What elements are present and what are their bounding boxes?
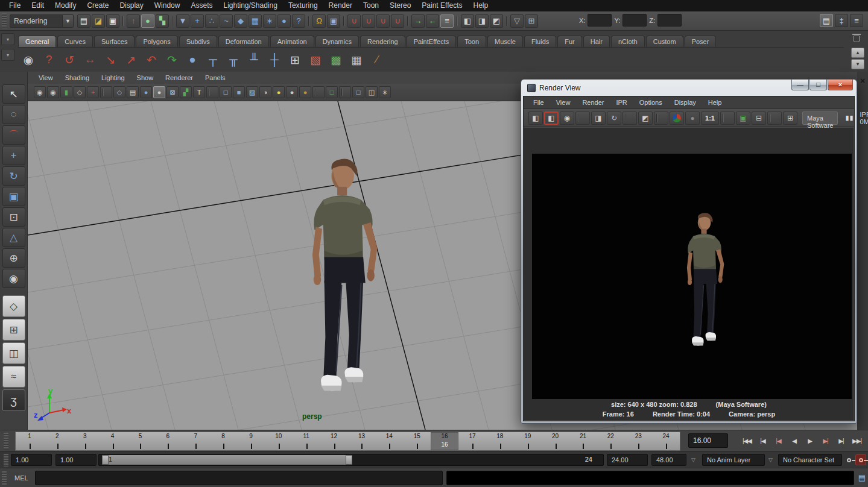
shelf-tab[interactable]: Animation — [270, 36, 314, 47]
shelf-tab[interactable]: Rendering — [360, 36, 405, 47]
render-view-menu-item[interactable]: Options — [633, 96, 668, 109]
playback-range[interactable] — [102, 455, 352, 465]
render-settings-icon[interactable]: ◩ — [490, 14, 503, 28]
renderer-select[interactable]: Maya Software — [802, 112, 838, 125]
menu-item[interactable]: Lighting/Shading — [218, 0, 282, 11]
use-default-material-icon[interactable]: ◑ — [259, 86, 271, 98]
frame-cell[interactable]: 20 — [542, 432, 569, 450]
xray-cube-icon[interactable]: ▨ — [246, 86, 258, 98]
maximize-button[interactable]: □ — [809, 80, 827, 90]
shelf-tab[interactable]: Fluids — [524, 36, 556, 47]
menu-item[interactable]: Display — [114, 0, 148, 11]
shelf-tab[interactable]: Deformation — [218, 36, 269, 47]
textured-icon[interactable]: ▞ — [180, 86, 192, 98]
smooth-shade-icon[interactable]: ● — [140, 86, 152, 98]
set-key-icon[interactable] — [843, 454, 854, 465]
play-forwards-button[interactable]: ▶ — [802, 433, 817, 448]
frame-cell[interactable]: 16 16 — [431, 432, 458, 450]
character-set-select[interactable]: No Character Set — [778, 454, 842, 466]
tumble-camera-icon[interactable]: ↺ — [60, 51, 78, 69]
select-object-icon[interactable]: ● — [141, 14, 154, 28]
command-language-toggle[interactable]: MEL — [14, 474, 33, 482]
frame-cell[interactable]: 8 — [209, 432, 237, 450]
wireframe-icon[interactable]: ◇ — [113, 86, 125, 98]
share-panel-icon[interactable]: ∗ — [379, 86, 391, 98]
texture-view-icon[interactable]: T — [193, 86, 205, 98]
frame-cell[interactable]: 6 — [154, 432, 182, 450]
panel-menu-item[interactable]: Show — [131, 72, 160, 84]
track-camera-icon[interactable]: ↔ — [81, 51, 99, 69]
shelf-tab[interactable]: Hair — [583, 36, 610, 47]
playback-start-field[interactable]: 1.00 — [55, 454, 97, 466]
2d-pan-zoom-icon[interactable]: + — [87, 86, 99, 98]
menu-item[interactable]: Paint Effects — [416, 0, 467, 11]
frame-cell[interactable]: 22 — [597, 432, 624, 450]
scroll-down-icon[interactable]: ▼ — [851, 59, 864, 69]
menu-item[interactable]: Render — [323, 0, 358, 11]
shelf-tab[interactable]: Subdivs — [179, 36, 217, 47]
move-tool[interactable]: + — [2, 146, 25, 165]
rendered-image[interactable] — [532, 154, 852, 399]
shelf-tab[interactable]: Poser — [685, 36, 717, 47]
snap-mode-arrow-icon[interactable]: ▼ — [176, 14, 189, 28]
layout-single-persp[interactable]: ◇ — [2, 295, 25, 317]
shelf-tab[interactable]: Curves — [57, 36, 93, 47]
show-manipulator-tool[interactable]: ⊕ — [2, 248, 25, 268]
flipbook-icon[interactable]: ◉ — [19, 51, 37, 69]
chevron-down-icon[interactable]: ▼ — [63, 14, 74, 28]
panel-menu-item[interactable]: Lighting — [95, 72, 131, 84]
snap-point-icon[interactable]: ∪ — [376, 14, 390, 28]
frame-cell[interactable]: 15 — [403, 432, 431, 450]
rgb-channels-icon[interactable] — [670, 112, 684, 125]
shelf-tab[interactable]: Surfaces — [94, 36, 135, 47]
scroll-up-icon[interactable]: ▲ — [851, 48, 864, 58]
keep-image-icon[interactable]: ▣ — [736, 112, 750, 125]
shelf-tab[interactable]: Polygons — [136, 36, 177, 47]
ipr-pause-icon[interactable]: ▮▮ — [845, 114, 854, 122]
snapshot-icon[interactable]: ◉ — [560, 112, 574, 125]
region-render-icon[interactable]: ◩ — [638, 112, 653, 125]
animation-start-field[interactable]: 1.00 — [11, 454, 52, 466]
layout-persp-graph[interactable]: ≈ — [2, 366, 25, 388]
animation-end-field[interactable]: 48.00 — [651, 454, 686, 466]
channel-box-toggle-icon[interactable]: ≡ — [850, 14, 863, 27]
flat-shade-icon[interactable]: ● — [153, 86, 165, 98]
shelf-tab[interactable]: Fur — [557, 36, 582, 47]
z-coordinate-field[interactable] — [657, 14, 682, 27]
shaded-cube-icon[interactable]: ■ — [233, 86, 245, 98]
render-view-menu-item[interactable]: IPR — [610, 96, 633, 109]
tool-settings-toggle-icon[interactable]: ‡ — [835, 14, 848, 27]
frame-cell[interactable]: 2 — [43, 432, 71, 450]
step-back-key-button[interactable]: |◀ — [771, 433, 786, 448]
close-button[interactable]: × — [828, 80, 853, 90]
minimize-button[interactable]: — — [791, 80, 809, 90]
render-view-menu-item[interactable]: File — [527, 96, 550, 109]
frame-cell[interactable]: 14 — [375, 432, 403, 450]
menu-item[interactable]: Assets — [185, 0, 218, 11]
last-tool-used[interactable]: ◉ — [2, 269, 25, 288]
delete-unused-icon[interactable]: ● — [183, 51, 201, 69]
anim-layer-select[interactable]: No Anim Layer — [702, 454, 765, 466]
render-view-menu-item[interactable]: Help — [702, 96, 728, 109]
frame-cell[interactable]: 19 — [514, 432, 542, 450]
shelf-tab[interactable]: PaintEffects — [407, 36, 457, 47]
snap-grid-icon[interactable]: ∪ — [347, 14, 361, 28]
help-line-icon[interactable]: ? — [40, 51, 58, 69]
auto-keyframe-icon[interactable] — [855, 454, 866, 465]
instance-icon[interactable]: ▦ — [347, 51, 366, 69]
current-time-field[interactable]: 16.00 — [688, 433, 728, 448]
bounding-box-icon[interactable]: ⊠ — [166, 86, 179, 98]
attribute-editor-toggle-icon[interactable]: ▤ — [820, 14, 833, 27]
shelf-tab-arrow-icon[interactable]: ▾ — [1, 33, 14, 45]
frame-cell[interactable]: 9 — [237, 432, 265, 450]
lasso-select-tool[interactable]: ◌ — [2, 105, 25, 124]
y-coordinate-field[interactable] — [622, 14, 647, 27]
hypergraph-icon[interactable]: ⊞ — [286, 51, 304, 69]
frame-cell[interactable]: 13 — [348, 432, 376, 450]
step-back-frame-button[interactable]: |◀ — [755, 433, 770, 448]
input-connections-icon[interactable]: → — [411, 14, 425, 28]
zoom-camera-icon[interactable]: ↗ — [122, 51, 140, 69]
redo-view-icon[interactable]: ↷ — [163, 51, 181, 69]
mask-handles-icon[interactable]: + — [191, 14, 204, 28]
mask-deformers-icon[interactable]: ▦ — [249, 14, 262, 28]
